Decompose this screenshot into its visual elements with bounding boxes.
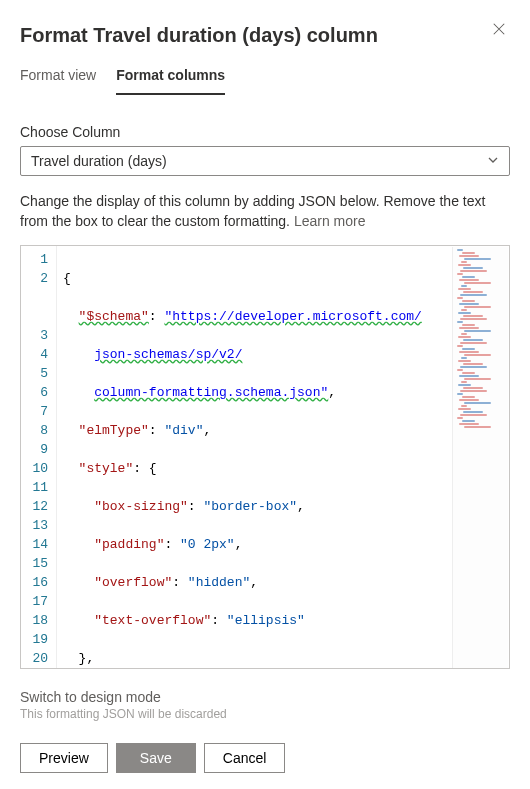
- code-url: column-formatting.schema.json": [94, 385, 328, 400]
- helper-text: Change the display of this column by add…: [20, 192, 510, 231]
- close-button[interactable]: [488, 18, 510, 43]
- helper-main: Change the display of this column by add…: [20, 193, 485, 229]
- code-key: "overflow": [94, 575, 172, 590]
- code-val: "border-box": [203, 499, 297, 514]
- tab-format-view[interactable]: Format view: [20, 59, 96, 95]
- code-key: "text-overflow": [94, 613, 211, 628]
- code-key: "$schema": [79, 309, 149, 324]
- code-key: "elmType": [79, 423, 149, 438]
- switch-design-mode-link[interactable]: Switch to design mode: [20, 689, 510, 705]
- code-brace: {: [63, 271, 71, 286]
- preview-button[interactable]: Preview: [20, 743, 108, 773]
- discard-note: This formatting JSON will be discarded: [20, 707, 510, 721]
- code-url: json-schemas/sp/v2/: [94, 347, 242, 362]
- save-button[interactable]: Save: [116, 743, 196, 773]
- code-val: "0 2px": [180, 537, 235, 552]
- tab-bar: Format view Format columns: [20, 59, 510, 96]
- code-key: "padding": [94, 537, 164, 552]
- panel-title: Format Travel duration (days) column: [20, 24, 378, 47]
- tab-format-columns[interactable]: Format columns: [116, 59, 225, 95]
- editor-code[interactable]: { "$schema": "https://developer.microsof…: [57, 246, 509, 668]
- code-key: "box-sizing": [94, 499, 188, 514]
- code-val: "hidden": [188, 575, 250, 590]
- code-val: "ellipsis": [227, 613, 305, 628]
- code-key: "style": [79, 461, 134, 476]
- choose-column-label: Choose Column: [20, 124, 510, 140]
- learn-more-link[interactable]: Learn more: [294, 213, 366, 229]
- close-icon: [492, 22, 506, 39]
- cancel-button[interactable]: Cancel: [204, 743, 286, 773]
- code-val: "div": [164, 423, 203, 438]
- code-url: "https://developer.microsoft.com/: [164, 309, 421, 324]
- choose-column-value: Travel duration (days): [31, 153, 167, 169]
- editor-gutter: 1234567891011121314151617181920: [21, 246, 57, 668]
- json-editor[interactable]: 1234567891011121314151617181920 { "$sche…: [20, 245, 510, 669]
- chevron-down-icon: [487, 153, 499, 169]
- choose-column-dropdown[interactable]: Travel duration (days): [20, 146, 510, 176]
